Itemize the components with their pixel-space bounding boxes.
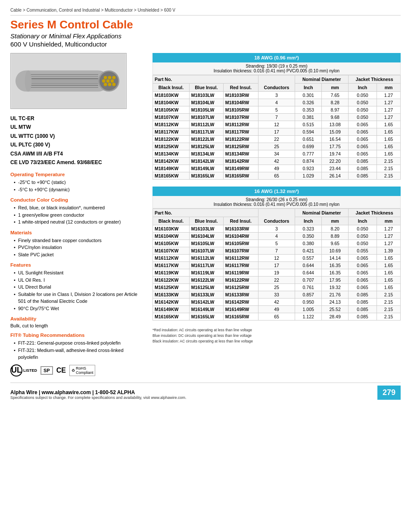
svg-point-11	[108, 83, 112, 86]
cell-cond: 65	[258, 313, 295, 320]
cell-jinch: 0.050	[349, 233, 377, 240]
materials-list: Finely stranded bare copper conductors P…	[10, 237, 144, 258]
cell-black: M18105KW	[153, 106, 190, 114]
th-inch-18: Inch	[295, 84, 322, 92]
table-row: M16142KW M16142LW M16142RW 42 0.950 24.1…	[153, 299, 401, 306]
cell-cond: 17	[258, 262, 295, 269]
table-row: M16165KW M16165LW M16165RW 65 1.122 28.4…	[153, 313, 401, 320]
cell-jinch: 0.050	[349, 106, 377, 114]
table-row: M16117KW M16117LW M16117RW 17 0.644 16.3…	[153, 262, 401, 269]
cell-cond: 3	[258, 225, 295, 233]
table-row: M16149KW M16149LW M16149RW 49 1.005 25.5…	[153, 306, 401, 313]
cell-black: M18134KW	[153, 150, 190, 158]
cell-inch: 0.594	[295, 128, 322, 136]
cell-jinch: 0.050	[349, 92, 377, 99]
cell-red: M16125RW	[223, 284, 258, 291]
cell-cond: 12	[258, 121, 295, 128]
cell-mm: 16.54	[322, 136, 349, 143]
cell-jinch: 0.065	[349, 262, 377, 269]
cell-inch: 0.874	[295, 158, 322, 165]
cell-black: M16149KW	[153, 306, 190, 313]
cell-blue: M18165LW	[189, 172, 223, 180]
color-coding-title: Conductor Color Coding	[10, 197, 144, 202]
cell-jinch: 0.085	[349, 299, 377, 306]
cell-inch: 0.515	[295, 121, 322, 128]
table-row: M18117KW M18117LW M18117RW 17 0.594 15.0…	[153, 128, 401, 136]
cell-mm: 8.89	[322, 233, 349, 240]
cell-mm: 23.44	[322, 165, 349, 172]
color-coding-list: Red, blue, or black insulation*, numbere…	[10, 204, 144, 226]
cell-black: M18112KW	[153, 121, 190, 128]
cell-black: M16125KW	[153, 284, 190, 291]
th-black-16: Black Insul.	[153, 217, 190, 225]
th-jacket-18: Jacket Thickness	[349, 75, 401, 84]
cell-jmm: 1.65	[377, 121, 400, 128]
cell-mm: 8.28	[322, 99, 349, 106]
th-black-18: Black Insul.	[153, 84, 190, 92]
cell-blue: M16112LW	[189, 255, 223, 262]
footnotes: *Red insulation: AC circuits operating a…	[153, 327, 401, 344]
cell-inch: 0.557	[295, 255, 322, 262]
cell-black: M18117KW	[153, 128, 190, 136]
cell-black: M16107KW	[153, 247, 190, 255]
cell-black: M18107KW	[153, 114, 190, 121]
cell-jmm: 1.27	[377, 225, 400, 233]
cert-1: UL TC-ER	[10, 114, 144, 123]
cell-cond: 25	[258, 284, 295, 291]
cell-red: M16105RW	[223, 240, 258, 247]
cell-jmm: 2.15	[377, 165, 400, 172]
cell-jinch: 0.065	[349, 277, 377, 284]
cell-mm: 24.13	[322, 299, 349, 306]
awg18-stranding: Stranding: 19/30 (19 x 0.25 mm) Insulati…	[153, 62, 401, 75]
th-partno-16: Part No.	[153, 209, 258, 217]
table-row: M16125KW M16125LW M16125RW 25 0.761 19.3…	[153, 284, 401, 291]
svg-point-6	[112, 76, 115, 79]
footnote-2: Blue insulation: DC circuits operating a…	[153, 333, 401, 339]
color-item-2: 1 green/yellow green conductor	[14, 212, 144, 219]
feature-item-2: UL Oil Res. I	[14, 277, 144, 284]
cell-black: M16165KW	[153, 313, 190, 320]
cell-blue: M16119LW	[189, 269, 223, 277]
cell-red: M18117RW	[223, 128, 258, 136]
availability-title: Availability	[10, 316, 144, 321]
footer-left: Alpha Wire | www.alphawire.com | 1-800-5…	[10, 389, 187, 400]
cell-jmm: 1.65	[377, 269, 400, 277]
table-16awg: Part No. Conductors Nominal Diameter Jac…	[153, 208, 401, 320]
cell-cond: 25	[258, 143, 295, 150]
cell-inch: 0.421	[295, 247, 322, 255]
cell-jinch: 0.050	[349, 240, 377, 247]
cell-blue: M18105LW	[189, 106, 223, 114]
cell-inch: 0.381	[295, 114, 322, 121]
cell-blue: M18122LW	[189, 136, 223, 143]
cell-red: M18105RW	[223, 106, 258, 114]
cell-jmm: 1.65	[377, 143, 400, 150]
cell-cond: 49	[258, 165, 295, 172]
cell-mm: 19.32	[322, 284, 349, 291]
cell-jinch: 0.065	[349, 143, 377, 150]
certifications: UL TC-ER UL MTW UL WTTC (1000 V) UL PLTC…	[10, 114, 144, 167]
cell-inch: 1.005	[295, 306, 322, 313]
cell-red: M18122RW	[223, 136, 258, 143]
cell-blue: M18112LW	[189, 121, 223, 128]
table-row: M16105KW M16105LW M16105RW 5 0.380 9.65 …	[153, 240, 401, 247]
cell-mm: 16.35	[322, 269, 349, 277]
cell-jinch: 0.065	[349, 255, 377, 262]
op-temp-item-1: -25°C to +90°C (static)	[14, 179, 144, 186]
rohs-symbol: ♻	[72, 368, 75, 373]
cell-red: M16104RW	[223, 233, 258, 240]
cell-jinch: 0.085	[349, 158, 377, 165]
cert-3: UL WTTC (1000 V)	[10, 132, 144, 140]
th-nominal-16: Nominal Diameter	[295, 209, 349, 217]
cert-4: UL PLTC (300 V)	[10, 140, 144, 149]
cell-jinch: 0.085	[349, 165, 377, 172]
svg-point-8	[106, 79, 110, 83]
th-jinch-16: Inch	[349, 217, 377, 225]
th-inch-16: Inch	[295, 217, 322, 225]
cert-2: UL MTW	[10, 123, 144, 131]
cell-mm: 19.74	[322, 150, 349, 158]
cell-blue: M18149LW	[189, 165, 223, 172]
th-blue-16: Blue Insul.	[189, 217, 223, 225]
table-row: M18122KW M18122LW M18122RW 22 0.651 16.5…	[153, 136, 401, 143]
cell-cond: 5	[258, 106, 295, 114]
breadcrumb: Cable > Communication, Control and Indus…	[10, 8, 401, 16]
